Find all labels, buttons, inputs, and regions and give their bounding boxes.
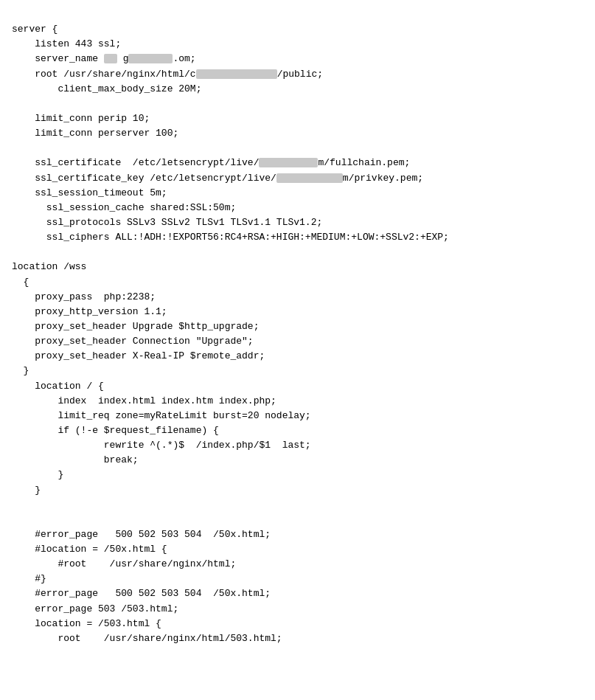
- line-17: location /wss: [12, 261, 86, 272]
- line-3: server_name g .om;: [12, 53, 196, 64]
- line-31: }: [12, 469, 63, 480]
- line-40: error_page 503 /503.html;: [12, 603, 178, 614]
- line-11: ssl_certificate_key /etc/letsencrypt/liv…: [12, 173, 423, 184]
- line-13: ssl_session_cache shared:SSL:50m;: [12, 202, 236, 213]
- line-35: #error_page 500 502 503 504 /50x.html;: [12, 529, 271, 540]
- code-block: server { listen 443 ssl; server_name g .…: [0, 0, 595, 654]
- line-32: }: [12, 485, 41, 496]
- line-24: }: [12, 365, 29, 376]
- line-12: ssl_session_timeout 5m;: [12, 187, 167, 198]
- line-8: limit_conn perserver 100;: [12, 128, 178, 139]
- line-1: server {: [12, 24, 58, 35]
- line-10: ssl_certificate /etc/letsencrypt/live/ m…: [12, 157, 410, 168]
- line-20: proxy_http_version 1.1;: [12, 306, 167, 317]
- line-4: root /usr/share/nginx/html/c /public;: [12, 69, 323, 80]
- line-14: ssl_protocols SSLv3 SSLv2 TLSv1 TLSv1.1 …: [12, 217, 322, 228]
- line-42: root /usr/share/nginx/html/503.html;: [12, 633, 282, 644]
- line-28: if (!-e $request_filename) {: [12, 425, 219, 436]
- line-25: location / {: [12, 381, 104, 392]
- line-22: proxy_set_header Connection "Upgrade";: [12, 336, 254, 347]
- line-7: limit_conn perip 10;: [12, 113, 150, 124]
- line-27: limit_req zone=myRateLimit burst=20 node…: [12, 410, 311, 421]
- line-37: #root /usr/share/nginx/html;: [12, 558, 236, 569]
- line-19: proxy_pass php:2238;: [12, 291, 156, 302]
- line-26: index index.html index.htm index.php;: [12, 395, 276, 406]
- line-21: proxy_set_header Upgrade $http_upgrade;: [12, 321, 259, 332]
- line-38: #}: [12, 573, 46, 584]
- line-23: proxy_set_header X-Real-IP $remote_addr;: [12, 350, 265, 361]
- line-30: break;: [12, 454, 139, 465]
- line-39: #error_page 500 502 503 504 /50x.html;: [12, 588, 271, 599]
- line-2: listen 443 ssl;: [12, 38, 121, 49]
- line-18: {: [12, 277, 29, 288]
- line-29: rewrite ^(.*)$ /index.php/$1 last;: [12, 440, 311, 451]
- line-15: ssl_ciphers ALL:!ADH:!EXPORT56:RC4+RSA:+…: [12, 232, 449, 243]
- line-5: client_max_body_size 20M;: [12, 83, 201, 94]
- line-41: location = /503.html {: [12, 618, 161, 629]
- line-36: #location = /50x.html {: [12, 544, 167, 555]
